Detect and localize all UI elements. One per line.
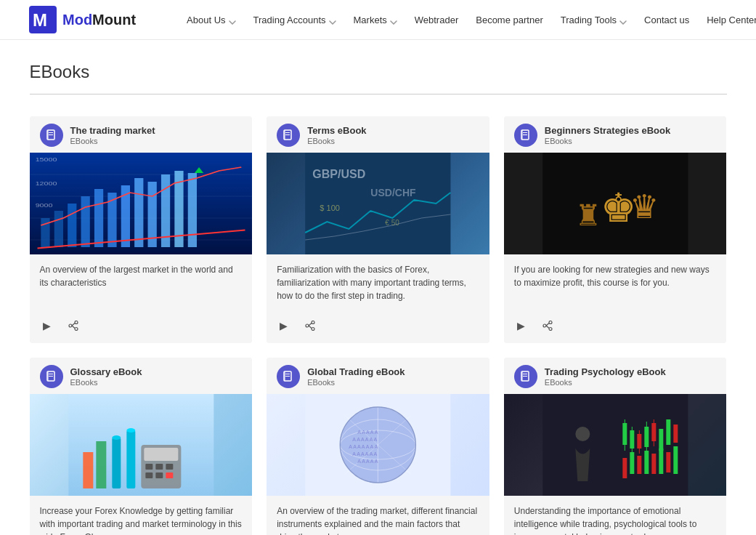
card-actions-trading-market: ▶ [30,311,253,343]
svg-rect-74 [144,448,178,461]
svg-rect-76 [155,464,163,470]
svg-point-72 [126,428,135,433]
card-title-beginners-strategies: Beginners Strategies eBook [545,125,670,137]
book-icon [520,371,532,382]
svg-rect-79 [155,472,163,478]
card-header-text-trading-psychology: Trading Psychology eBook EBooks [545,366,666,387]
play-button-terms-ebook[interactable]: ▶ [277,318,290,333]
svg-line-30 [72,323,75,326]
svg-rect-22 [187,173,196,247]
svg-rect-78 [145,472,153,478]
chevron-markets-icon [390,16,397,23]
svg-rect-82 [96,441,106,488]
share-button-trading-market[interactable] [65,319,81,332]
nav-item-help-center[interactable]: Help Center [699,10,756,30]
svg-rect-14 [81,196,89,247]
svg-rect-75 [145,464,153,470]
card-header-trading-market: The trading market EBooks [30,116,253,153]
card-category-trading-market: EBooks [70,137,155,145]
card-title-global-trading: Global Trading eBook [307,366,405,379]
nav-item-trading-tools[interactable]: Trading Tools [553,10,634,30]
card-header-text-glossary-ebook: Glossary eBook EBooks [70,366,142,387]
svg-rect-119 [630,430,634,448]
svg-rect-49 [523,134,527,135]
card-description-glossary-ebook: Increase your Forex Knowledge by getting… [30,496,253,535]
svg-rect-13 [68,204,76,247]
card-header-text-global-trading: Global Trading eBook EBooks [307,366,405,387]
logo[interactable]: M ModMount [29,6,136,33]
share-button-beginners-strategies[interactable] [540,319,556,332]
svg-rect-70 [126,430,135,488]
card-header-trading-psychology: Trading Psychology eBook EBooks [504,358,727,394]
card-title-trading-market: The trading market [70,125,155,137]
svg-rect-80 [166,472,173,478]
svg-point-60 [549,328,552,331]
ebook-card-global-trading: Global Trading eBook EBooks A A A A A A … [267,358,489,535]
card-icon-trading-market [40,124,63,147]
svg-rect-91 [284,371,285,381]
svg-point-142 [575,427,590,441]
svg-rect-113 [523,376,527,377]
svg-rect-12 [54,211,62,247]
svg-rect-125 [644,427,649,447]
svg-rect-140 [666,452,670,472]
book-icon [283,371,294,382]
svg-text:15000: 15000 [35,157,57,163]
card-header-global-trading: Global Trading eBook EBooks [267,358,489,394]
svg-rect-141 [673,446,678,474]
card-image-terms: GBP/USD USD/CHF $ 100 € 50 [267,153,489,254]
svg-point-42 [312,321,314,324]
nav-item-trading-accounts[interactable]: Trading Accounts [246,10,344,30]
svg-rect-114 [521,371,523,381]
svg-text:M: M [33,10,47,30]
nav-item-become-partner[interactable]: Become partner [468,10,550,30]
nav-item-markets[interactable]: Markets [346,10,405,30]
svg-rect-132 [666,419,670,445]
share-button-terms-ebook[interactable] [302,319,318,332]
logo-icon: M [29,6,57,33]
play-button-beginners-strategies[interactable]: ▶ [514,318,528,333]
svg-rect-90 [285,376,290,377]
card-image-chess: ♚ ♛ ♜ ♚ ♛ ♜ [504,153,727,254]
card-icon-glossary-ebook [40,365,63,388]
ebook-card-trading-market: The trading market EBooks [30,116,253,343]
nav-item-about[interactable]: About Us [179,10,243,30]
card-description-beginners-strategies: If you are looking for new strategies an… [504,254,727,311]
chevron-trading-accounts-icon [329,16,336,23]
card-category-terms-ebook: EBooks [307,137,366,145]
chevron-about-icon [229,16,236,23]
svg-rect-116 [622,423,627,445]
svg-rect-136 [637,456,641,474]
logo-text: ModMount [62,12,136,28]
card-category-global-trading: EBooks [307,378,405,387]
svg-rect-20 [160,174,169,247]
svg-text:12000: 12000 [35,181,57,187]
card-icon-global-trading [277,365,300,388]
play-button-trading-market[interactable]: ▶ [40,318,54,333]
svg-rect-77 [166,464,173,470]
nav-item-webtrader[interactable]: Webtrader [407,10,466,30]
svg-point-43 [312,328,314,331]
svg-rect-15 [94,189,102,247]
svg-text:A A A A A A A: A A A A A A A [349,444,378,449]
svg-rect-4 [49,134,53,135]
svg-point-29 [69,324,72,327]
card-header-glossary-ebook: Glossary eBook EBooks [30,358,253,394]
svg-text:A A A A A A: A A A A A A [352,437,377,442]
svg-line-62 [546,323,549,326]
nav-item-contact-us[interactable]: Contact us [637,10,696,30]
svg-line-63 [546,326,549,329]
share-icon [542,321,553,331]
card-header-text-trading-market: The trading market EBooks [70,125,155,146]
svg-line-46 [309,326,312,329]
svg-point-28 [75,328,78,331]
svg-rect-134 [622,458,627,478]
svg-text:A A A A A: A A A A A [357,430,378,435]
svg-text:$ 100: $ 100 [320,204,340,212]
svg-rect-138 [651,454,656,474]
svg-rect-112 [523,374,527,374]
ebook-card-glossary-ebook: Glossary eBook EBooks [30,358,253,535]
card-category-trading-psychology: EBooks [545,378,666,387]
svg-rect-122 [637,434,641,448]
svg-rect-133 [673,425,678,443]
